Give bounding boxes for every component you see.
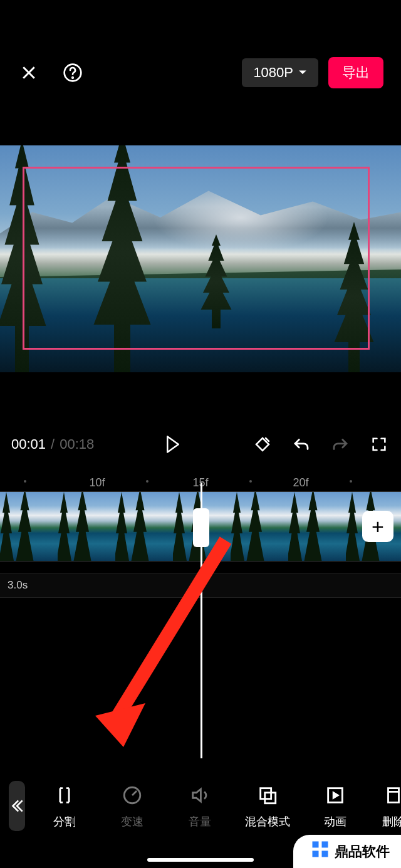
header-right: 1080P 导出 (242, 57, 383, 88)
tool-label: 删除 (382, 814, 401, 829)
tool-volume[interactable]: 音量 (172, 783, 228, 829)
tool-delete[interactable]: 删除 (375, 783, 401, 829)
redo-button[interactable] (330, 434, 351, 455)
tool-label: 分割 (53, 814, 76, 829)
home-indicator (147, 858, 254, 862)
speed-icon (122, 785, 143, 806)
tool-label: 变速 (121, 814, 143, 829)
blend-icon (257, 785, 278, 806)
redo-icon (331, 435, 350, 454)
chevron-left-icon (9, 798, 25, 814)
tool-blend[interactable]: 混合模式 (239, 783, 296, 829)
tool-label: 音量 (189, 814, 211, 829)
ruler-tick: 10f (89, 476, 105, 489)
duration: 00:18 (60, 436, 94, 452)
help-button[interactable] (61, 61, 84, 84)
tool-animation[interactable]: 动画 (307, 783, 363, 829)
keyframe-icon (253, 435, 272, 454)
tool-label: 动画 (324, 814, 346, 829)
play-button[interactable] (162, 434, 184, 455)
delete-icon (383, 785, 401, 806)
svg-rect-7 (313, 842, 319, 848)
tool-speed[interactable]: 变速 (104, 783, 160, 829)
animation-icon (325, 785, 346, 806)
split-icon (54, 785, 75, 806)
watermark-badge: 鼎品软件 (293, 835, 401, 868)
bottom-toolbar: 分割 变速 音量 混合模式 动画 删除 (0, 775, 401, 837)
undo-button[interactable] (291, 434, 312, 455)
svg-line-2 (114, 540, 226, 722)
resolution-button[interactable]: 1080P (242, 58, 318, 87)
close-button[interactable] (18, 61, 40, 84)
playback-bar: 00:01 / 00:18 (0, 416, 401, 473)
track-duration: 3.0s (8, 579, 28, 592)
dropdown-icon (298, 70, 307, 76)
fullscreen-icon (370, 436, 388, 453)
timecode: 00:01 / 00:18 (11, 436, 94, 452)
export-label: 导出 (342, 65, 370, 80)
playhead[interactable] (200, 483, 202, 758)
annotation-arrow (89, 534, 239, 747)
help-icon (63, 63, 83, 83)
tool-label: 混合模式 (245, 814, 290, 829)
keyframe-button[interactable] (252, 434, 273, 455)
time-separator: / (51, 436, 55, 452)
header-left (18, 61, 84, 84)
close-icon (19, 63, 38, 82)
current-time: 00:01 (11, 436, 46, 452)
add-clip-button[interactable]: + (362, 511, 393, 542)
svg-point-1 (72, 77, 73, 78)
fullscreen-button[interactable] (368, 434, 390, 455)
svg-rect-8 (322, 842, 328, 848)
watermark-logo-icon (311, 840, 330, 863)
svg-rect-10 (322, 851, 328, 857)
export-button[interactable]: 导出 (328, 57, 383, 88)
toolbar-back-button[interactable] (9, 781, 25, 831)
play-icon (165, 435, 181, 454)
plus-icon: + (372, 515, 384, 539)
resolution-label: 1080P (253, 65, 293, 81)
video-preview[interactable] (0, 145, 401, 372)
ruler-tick: 20f (293, 476, 308, 489)
header-bar: 1080P 导出 (0, 44, 401, 102)
undo-icon (292, 435, 311, 454)
svg-rect-9 (313, 851, 319, 857)
volume-icon (189, 785, 211, 806)
watermark-text: 鼎品软件 (335, 842, 390, 861)
tool-split[interactable]: 分割 (36, 783, 93, 829)
